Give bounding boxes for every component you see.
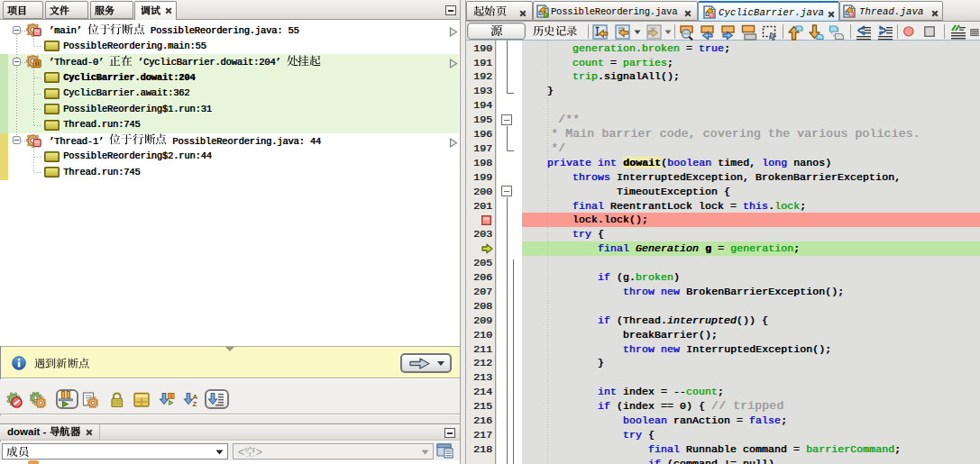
svg-text:Z: Z (193, 400, 197, 408)
